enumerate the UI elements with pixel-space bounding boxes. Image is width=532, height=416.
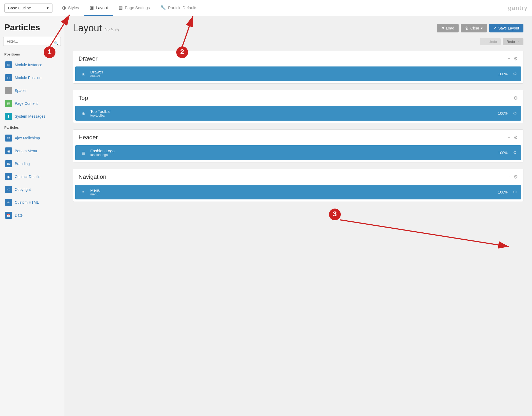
tab-page-settings-label: Page Settings [125, 5, 150, 10]
content-header: Layout (Default) ⚑ Load 🗑 Clear ▾ ✓ Save… [73, 23, 523, 34]
top-toolbar-particle-slug: top-toolbar [90, 114, 495, 117]
top-toolbar-particle-icon: ◉ [80, 110, 87, 117]
save-layout-button[interactable]: ✓ Save Layout [489, 24, 523, 32]
header-settings-button[interactable]: ⚙ [514, 135, 518, 140]
section-navigation: Navigation + ⚙ ≡ Menu menu 100% ⚙ [73, 169, 523, 202]
action-buttons: ⚑ Load 🗑 Clear ▾ ✓ Save Layout [437, 24, 523, 32]
drawer-add-button[interactable]: + [507, 56, 510, 62]
sidebar-item-label: Ajax Mailchimp [15, 136, 40, 140]
sidebar-item-system-messages[interactable]: ! System Messages [2, 110, 62, 122]
menu-settings-icon[interactable]: ⚙ [513, 190, 517, 195]
redo-button[interactable]: Redo → [503, 38, 523, 45]
main-container: Particles 🔍 Positions ⊞ Module Instance … [0, 16, 532, 416]
sidebar-item-label: Spacer [15, 88, 27, 93]
sidebar-item-label: Module Position [15, 76, 42, 80]
dropdown-chevron-icon: ▾ [47, 6, 49, 10]
header-add-button[interactable]: + [507, 135, 510, 140]
drawer-section-actions: + ⚙ [507, 56, 518, 62]
sidebar-item-label: System Messages [15, 114, 45, 118]
particles-label: Particles [0, 123, 64, 131]
sidebar-item-date[interactable]: 📅 Date [2, 209, 62, 221]
tab-particle-defaults[interactable]: 🔧 Particle Defaults [155, 0, 203, 16]
top-section-header: Top + ⚙ [73, 90, 523, 106]
undo-redo-bar: ← Undo Redo → [73, 38, 523, 45]
top-toolbar-particle-name: Top Toolbar [90, 109, 495, 114]
sidebar-title: Particles [0, 16, 64, 37]
sidebar-item-custom-html[interactable]: </> Custom HTML [2, 196, 62, 208]
top-add-button[interactable]: + [507, 95, 510, 101]
search-input[interactable] [3, 37, 61, 46]
fashion-logo-particle-row: ▤ Fashion Logo fashion-logo 100% ⚙ [75, 145, 521, 160]
spacer-icon: ↔ [5, 87, 12, 94]
sidebar-item-module-position[interactable]: ⊟ Module Position [2, 72, 62, 84]
page-title: Layout [73, 23, 102, 34]
nav-tabs: ◑ Styles ▣ Layout ▤ Page Settings 🔧 Part… [57, 0, 508, 16]
navigation-settings-button[interactable]: ⚙ [514, 174, 518, 180]
section-top: Top + ⚙ ◉ Top Toolbar top-toolbar 100% ⚙ [73, 90, 523, 123]
branding-icon: TM [5, 160, 12, 167]
tab-styles-label: Styles [68, 5, 79, 10]
sidebar-item-bottom-menu[interactable]: ◉ Bottom Menu [2, 145, 62, 157]
drawer-particle-settings-icon[interactable]: ⚙ [513, 71, 517, 76]
menu-particle-percent: 100% [498, 190, 508, 194]
sidebar: Particles 🔍 Positions ⊞ Module Instance … [0, 16, 64, 416]
fashion-logo-particle-percent: 100% [498, 151, 508, 155]
sidebar-item-branding[interactable]: TM Branding [2, 158, 62, 170]
sidebar-item-copyright[interactable]: © Copyright [2, 184, 62, 195]
outline-dropdown[interactable]: Base Outline ▾ [4, 3, 53, 13]
top-toolbar-particle-row: ◉ Top Toolbar top-toolbar 100% ⚙ [75, 106, 521, 121]
header-section-header: Header + ⚙ [73, 130, 523, 145]
redo-icon: → [516, 40, 520, 44]
menu-particle-icon: ≡ [80, 188, 87, 196]
tab-page-settings[interactable]: ▤ Page Settings [113, 0, 155, 16]
top-section-actions: + ⚙ [507, 95, 518, 101]
page-content-icon: ▤ [5, 100, 12, 107]
copyright-icon: © [5, 186, 12, 193]
check-icon: ✓ [493, 26, 497, 30]
drawer-particle-info: Drawer drawer [90, 70, 495, 78]
top-settings-button[interactable]: ⚙ [514, 95, 518, 101]
brand-logo: gantry [508, 5, 528, 12]
tab-layout[interactable]: ▣ Layout [84, 0, 113, 16]
drawer-particle-row: ▣ Drawer drawer 100% ⚙ [75, 66, 521, 81]
top-toolbar-particle-info: Top Toolbar top-toolbar [90, 109, 495, 117]
sidebar-item-label: Copyright [15, 187, 31, 192]
sidebar-item-module-instance[interactable]: ⊞ Module Instance [2, 59, 62, 71]
sidebar-item-label: Date [15, 213, 23, 217]
drawer-settings-button[interactable]: ⚙ [514, 56, 518, 62]
tab-particle-defaults-label: Particle Defaults [168, 5, 197, 10]
tab-layout-label: Layout [96, 5, 108, 10]
drawer-section-name: Drawer [78, 55, 98, 62]
module-position-icon: ⊟ [5, 74, 12, 81]
positions-label: Positions [0, 50, 64, 58]
sidebar-item-spacer[interactable]: ↔ Spacer [2, 85, 62, 96]
top-nav: Base Outline ▾ ◑ Styles ▣ Layout ▤ Page … [0, 0, 532, 16]
undo-button[interactable]: ← Undo [480, 38, 501, 45]
particle-defaults-icon: 🔧 [160, 5, 166, 10]
outline-dropdown-label: Base Outline [8, 6, 31, 10]
fashion-logo-settings-icon[interactable]: ⚙ [513, 150, 517, 155]
menu-particle-info: Menu menu [90, 188, 495, 196]
system-messages-icon: ! [5, 113, 12, 120]
bottom-menu-icon: ◉ [5, 147, 12, 154]
top-toolbar-settings-icon[interactable]: ⚙ [513, 111, 517, 116]
sidebar-item-contact-details[interactable]: ◉ Contact Details [2, 171, 62, 183]
sidebar-item-label: Bottom Menu [15, 149, 37, 153]
fashion-logo-particle-icon: ▤ [80, 149, 87, 157]
sidebar-item-page-content[interactable]: ▤ Page Content [2, 98, 62, 109]
top-section-name: Top [78, 95, 88, 102]
section-header: Header + ⚙ ▤ Fashion Logo fashion-logo 1… [73, 129, 523, 162]
custom-html-icon: </> [5, 199, 12, 206]
drawer-particle-slug: drawer [90, 74, 495, 78]
fashion-logo-particle-slug: fashion-logo [90, 153, 495, 157]
clear-button[interactable]: 🗑 Clear ▾ [461, 24, 487, 32]
navigation-add-button[interactable]: + [507, 174, 510, 180]
ajax-mailchimp-icon: ✉ [5, 135, 12, 142]
load-button[interactable]: ⚑ Load [437, 24, 459, 32]
clear-dropdown-chevron: ▾ [481, 26, 483, 30]
undo-icon: ← [484, 40, 487, 44]
drawer-section-header: Drawer + ⚙ [73, 51, 523, 66]
sidebar-item-ajax-mailchimp[interactable]: ✉ Ajax Mailchimp [2, 132, 62, 144]
tab-styles[interactable]: ◑ Styles [57, 0, 84, 16]
fashion-logo-particle-info: Fashion Logo fashion-logo [90, 148, 495, 157]
